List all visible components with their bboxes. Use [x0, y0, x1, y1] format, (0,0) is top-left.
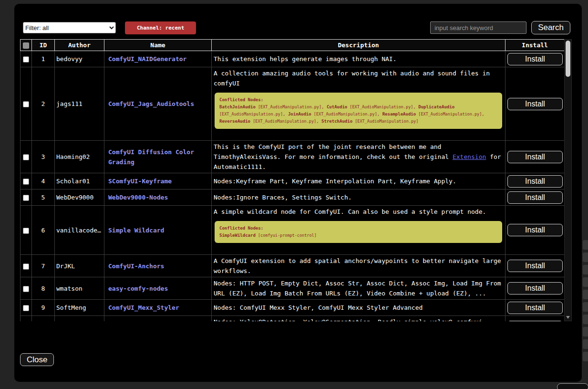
row-name-link[interactable]: Simple Wildcard	[104, 206, 212, 255]
header-name: Name	[104, 40, 212, 51]
background-menu-fragment	[583, 352, 588, 361]
row-description: This is the ComfyUI port of the joint re…	[212, 141, 505, 173]
row-checkbox[interactable]	[23, 195, 29, 201]
row-id: 9	[32, 300, 55, 316]
row-id: 6	[32, 206, 55, 255]
row-checkbox[interactable]	[23, 286, 29, 292]
row-install-cell: Install	[505, 67, 565, 141]
background-button-fragment	[557, 383, 588, 389]
table-row: 7DrJKLComfyUI-AnchorsA ComfyUI extension…	[21, 255, 565, 277]
row-id: 5	[32, 189, 55, 206]
row-select-cell	[21, 189, 32, 206]
row-checkbox[interactable]	[23, 179, 29, 185]
table-row: 5WebDev9000WebDev9000-NodesNodes:Ignore …	[21, 189, 565, 206]
table-row: 4Scholar01SComfyUI-KeyframeNodes:Keyfram…	[21, 173, 565, 189]
row-author: bedovyy	[55, 51, 104, 67]
nodes-table: ID Author Name Description Install 1bedo…	[20, 39, 565, 321]
conflict-node-name: SimpleWildcard	[219, 233, 256, 238]
row-select-cell	[21, 51, 32, 67]
row-select-cell	[21, 67, 32, 141]
row-author: zcfrank1st	[55, 316, 104, 322]
nodes-table-body: 1bedovyyComfyUI_NAIDGeneratorThis extens…	[21, 51, 565, 322]
table-row: 10zcfrank1stComfyUI Yolov8Nodes: Yolov8D…	[21, 316, 565, 322]
row-select-cell	[21, 141, 32, 173]
row-description: Nodes:Keyframe Part, Keyframe Interpolat…	[212, 173, 505, 189]
conflict-title: Conflicted Nodes:	[219, 96, 497, 104]
row-install-cell: Install	[505, 51, 565, 67]
search-input[interactable]	[430, 21, 526, 34]
filter-select[interactable]: Filter: all	[23, 22, 116, 33]
row-name-link[interactable]: ComfyUI Yolov8	[104, 316, 212, 322]
row-name-link[interactable]: ComfyUI_Jags_Audiotools	[104, 67, 212, 141]
table-row: 2jags111ComfyUI_Jags_AudiotoolsA collect…	[21, 67, 565, 141]
select-all-checkbox[interactable]	[23, 42, 29, 49]
row-id: 2	[32, 67, 55, 141]
conflict-node-source: [EXT_AudioManipulation.py]	[219, 112, 283, 116]
row-name-link[interactable]: WebDev9000-Nodes	[104, 189, 212, 206]
row-name-link[interactable]: easy-comfy-nodes	[104, 277, 212, 300]
scrollbar-thumb[interactable]	[566, 41, 570, 77]
header-description: Description	[212, 40, 505, 51]
row-install-cell: Install	[505, 300, 565, 316]
page-background: { "toolbar": { "filter_selected": "Filte…	[0, 0, 588, 389]
row-install-cell: Install	[505, 277, 565, 300]
header-row: ID Author Name Description Install	[21, 40, 565, 51]
conflict-node-source: [EXT_AudioManipulation.py]	[416, 112, 482, 116]
scrollbar-down-arrow-icon[interactable]	[566, 316, 570, 319]
install-button[interactable]: Install	[507, 175, 563, 188]
dialog-footer: Close	[20, 353, 582, 366]
row-checkbox[interactable]	[23, 305, 29, 311]
background-menu-fragment	[583, 327, 588, 336]
row-name-link[interactable]: SComfyUI-Keyframe	[104, 173, 212, 189]
install-button[interactable]: Install	[507, 321, 563, 321]
conflict-items: BatchJoinAudio [EXT_AudioManipulation.py…	[219, 104, 497, 125]
row-author: wmatson	[55, 277, 104, 300]
background-menu-fragment	[583, 302, 588, 312]
install-button[interactable]: Install	[507, 151, 563, 163]
conflict-node-source: [EXT_AudioManipulation.py]	[347, 105, 413, 109]
row-checkbox[interactable]	[23, 263, 29, 270]
row-name-link[interactable]: ComfyUI_Mexx_Styler	[104, 300, 212, 316]
row-id: 1	[32, 51, 55, 67]
install-button[interactable]: Install	[507, 260, 563, 272]
install-button[interactable]: Install	[507, 98, 563, 110]
row-select-cell	[21, 277, 32, 300]
conflict-warning: Conflicted Nodes:BatchJoinAudio [EXT_Aud…	[215, 93, 502, 129]
table-row: 8wmatsoneasy-comfy-nodesNodes: HTTP POST…	[21, 277, 565, 300]
row-name-link[interactable]: ComfyUI_NAIDGenerator	[104, 51, 212, 67]
description-link[interactable]: Extension	[453, 153, 486, 160]
row-select-cell	[21, 255, 32, 277]
background-menu-fragment	[583, 277, 588, 287]
row-install-cell: Install	[505, 141, 565, 173]
row-checkbox[interactable]	[23, 56, 29, 63]
table-scrollbar[interactable]	[564, 39, 572, 321]
install-button[interactable]: Install	[507, 282, 563, 294]
row-description: Nodes: ComfyUI Mexx Styler, ComfyUI Mexx…	[212, 300, 505, 316]
install-button[interactable]: Install	[507, 302, 563, 314]
row-id: 10	[32, 316, 55, 322]
row-install-cell: Install	[505, 206, 565, 255]
row-checkbox[interactable]	[23, 228, 29, 234]
row-author: WebDev9000	[55, 189, 104, 206]
install-button[interactable]: Install	[507, 53, 563, 65]
background-menu-fragment	[583, 339, 588, 349]
conflict-node-source: [comfyui-prompt-control]	[256, 233, 317, 238]
background-menu-fragment	[583, 252, 588, 262]
row-checkbox[interactable]	[23, 101, 29, 107]
row-author: jags111	[55, 67, 104, 141]
search-button[interactable]: Search	[531, 21, 570, 34]
row-name-link[interactable]: ComfyUI Diffusion Color Grading	[104, 141, 212, 173]
install-button[interactable]: Install	[507, 224, 563, 236]
row-select-cell	[21, 173, 32, 189]
conflict-title: Conflicted Nodes:	[219, 225, 497, 232]
row-install-cell: Install	[505, 255, 565, 277]
row-install-cell: Install	[505, 316, 565, 322]
row-select-cell	[21, 300, 32, 316]
row-author: Haoming02	[55, 141, 104, 173]
table-row: 9SoftMengComfyUI_Mexx_StylerNodes: Comfy…	[21, 300, 565, 316]
row-checkbox[interactable]	[23, 154, 29, 160]
background-menu-fragment	[583, 290, 588, 299]
row-name-link[interactable]: ComfyUI-Anchors	[104, 255, 212, 277]
close-button[interactable]: Close	[20, 353, 54, 366]
install-button[interactable]: Install	[507, 191, 563, 204]
